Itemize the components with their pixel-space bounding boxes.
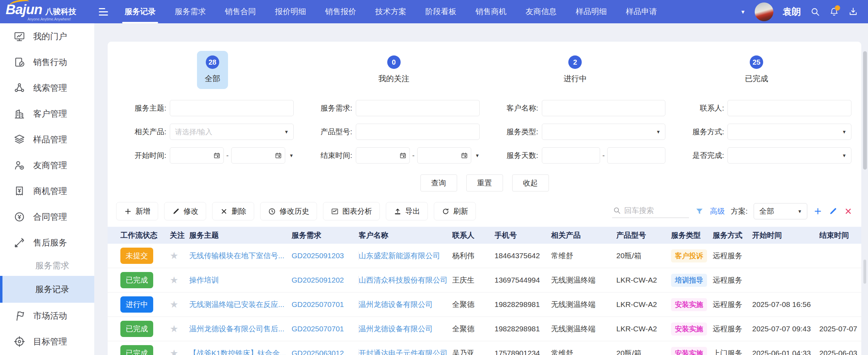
filter-action-button[interactable]: 重置	[466, 174, 503, 191]
column-header[interactable]: 工作流状态	[120, 230, 170, 240]
column-header[interactable]: 服务主题	[189, 230, 292, 240]
hamburger-icon[interactable]	[99, 8, 108, 16]
sidebar-item[interactable]: 服务记录	[0, 276, 94, 303]
sidebar-item[interactable]: 合同管理	[0, 204, 94, 230]
sidebar-item[interactable]: 服务需求	[0, 255, 94, 276]
advanced-filter-link[interactable]: 高级	[710, 206, 725, 216]
nav-tab[interactable]: 友商信息	[516, 0, 566, 23]
star-icon[interactable]: ★	[170, 275, 178, 285]
date-input[interactable]	[170, 147, 224, 164]
service-topic-link[interactable]: 无线测温终端已安装在反应...	[189, 300, 292, 309]
column-header[interactable]: 产品型号	[616, 230, 671, 240]
date-input[interactable]	[356, 147, 410, 164]
sidebar-item[interactable]: 线索管理	[0, 75, 94, 101]
filter-select[interactable]	[728, 147, 851, 164]
star-icon[interactable]: ★	[170, 348, 178, 355]
sidebar-item[interactable]: 友商管理	[0, 152, 94, 178]
customer-link[interactable]: 温州龙德设备有限公司	[359, 324, 452, 334]
range-input[interactable]	[607, 147, 665, 164]
column-header[interactable]: 相关产品	[551, 230, 616, 240]
sidebar-item[interactable]: 商机管理	[0, 178, 94, 204]
nav-tab[interactable]: 销售报价	[316, 0, 366, 23]
request-no-link[interactable]: GD2025063012	[292, 349, 359, 355]
filter-input[interactable]	[170, 100, 294, 116]
download-icon[interactable]	[848, 7, 858, 17]
filter-select[interactable]	[542, 124, 666, 140]
sidebar-item[interactable]: 市场活动	[0, 303, 94, 329]
nav-tab[interactable]: 服务需求	[165, 0, 215, 23]
sidebar-item[interactable]: 售后服务	[0, 230, 94, 255]
nav-tab[interactable]: 阶段看板	[416, 0, 466, 23]
table-row[interactable]: 已完成 ★ 操作培训 GD2025091202 山西清众科技股份有限公司 王庆生…	[108, 268, 861, 292]
star-icon[interactable]: ★	[170, 299, 178, 310]
toolbar-button[interactable]: 删除	[212, 202, 254, 220]
filter-input[interactable]	[728, 100, 851, 116]
filter-select[interactable]	[728, 124, 851, 140]
table-scrollbar[interactable]	[863, 260, 866, 284]
search-icon[interactable]	[810, 7, 820, 17]
scheme-select[interactable]: 全部 ▼	[754, 203, 807, 219]
toolbar-button[interactable]: 图表分析	[323, 202, 380, 220]
column-header[interactable]: 关注	[170, 230, 189, 240]
table-row[interactable]: 已完成 ★ 【战斧K1数控铣床】钛合金... GD2025063012 开封通达…	[108, 341, 861, 355]
customer-link[interactable]: 温州龙德设备有限公司	[359, 300, 452, 309]
sidebar-item[interactable]: 样品管理	[0, 126, 94, 152]
sidebar-item[interactable]: 目标管理	[0, 329, 94, 354]
service-topic-link[interactable]: 无线传输模块在地下室信号...	[189, 251, 292, 261]
nav-tab[interactable]: 报价明细	[265, 0, 316, 23]
filter-select[interactable]	[170, 124, 294, 140]
table-row[interactable]: 未提交 ★ 无线传输模块在地下室信号... GD2025091203 山东盛宏新…	[108, 244, 861, 268]
service-topic-link[interactable]: 操作培训	[189, 275, 292, 285]
delete-scheme-icon[interactable]	[844, 207, 853, 216]
column-header[interactable]: 联系人	[452, 230, 495, 240]
toolbar-button[interactable]: 导出	[386, 202, 428, 220]
sidebar-item[interactable]: 我的门户	[0, 23, 94, 49]
nav-tab[interactable]: 销售商机	[466, 0, 516, 23]
column-header[interactable]: 结束时间	[819, 230, 861, 240]
request-no-link[interactable]: GD2025091202	[292, 276, 359, 284]
customer-link[interactable]: 山西清众科技股份有限公司	[359, 275, 452, 285]
avatar[interactable]	[755, 2, 773, 21]
request-no-link[interactable]: GD2025070701	[292, 325, 359, 333]
column-header[interactable]: 服务类型	[671, 230, 713, 240]
nav-tab[interactable]: 样品申请	[616, 0, 666, 23]
column-header[interactable]: 服务需求	[292, 230, 359, 240]
table-row[interactable]: 已完成 ★ 温州龙德设备有限公司售后... GD2025070701 温州龙德设…	[108, 317, 861, 341]
nav-tab[interactable]: 服务记录	[115, 0, 165, 23]
nav-tab[interactable]: 销售合同	[215, 0, 265, 23]
vertical-scrollbar[interactable]	[863, 51, 867, 170]
filter-input[interactable]	[542, 100, 666, 116]
column-header[interactable]: 手机号	[495, 230, 551, 240]
stat-item[interactable]: 25 已完成	[666, 51, 847, 89]
user-name[interactable]: 袁朗	[783, 6, 801, 18]
column-header[interactable]: 客户名称	[359, 230, 452, 240]
customer-link[interactable]: 山东盛宏新能源有限公司	[359, 251, 452, 261]
filter-action-button[interactable]: 收起	[512, 174, 549, 191]
stat-item[interactable]: 2 进行中	[485, 51, 666, 89]
filter-action-button[interactable]: 查询	[420, 174, 457, 191]
column-header[interactable]: 服务方式	[713, 230, 752, 240]
funnel-icon[interactable]	[695, 207, 704, 216]
date-input[interactable]	[231, 147, 285, 164]
add-scheme-icon[interactable]	[813, 207, 822, 216]
toolbar-button[interactable]: 修改	[164, 202, 206, 220]
column-header[interactable]: 开始时间	[752, 230, 819, 240]
date-input[interactable]	[417, 147, 471, 164]
quick-search-input[interactable]	[624, 206, 688, 215]
nav-tab[interactable]: 技术方案	[366, 0, 416, 23]
sidebar-item[interactable]: 客户管理	[0, 101, 94, 126]
table-row[interactable]: 进行中 ★ 无线测温终端已安装在反应... GD2025070701 温州龙德设…	[108, 292, 861, 317]
request-no-link[interactable]: GD2025091203	[292, 252, 359, 260]
star-icon[interactable]: ★	[170, 324, 178, 334]
request-no-link[interactable]: GD2025070701	[292, 300, 359, 309]
toolbar-button[interactable]: 刷新	[434, 202, 476, 220]
range-input[interactable]	[542, 147, 600, 164]
toolbar-button[interactable]: 修改历史	[260, 202, 317, 220]
toolbar-button[interactable]: 新增	[116, 202, 158, 220]
filter-input[interactable]	[356, 100, 480, 116]
nav-more-caret-icon[interactable]: ▼	[740, 9, 746, 15]
nav-tab[interactable]: 样品明细	[566, 0, 616, 23]
sidebar-item[interactable]: 销售行动	[0, 49, 94, 75]
service-topic-link[interactable]: 【战斧K1数控铣床】钛合金...	[189, 348, 292, 355]
bell-icon[interactable]	[829, 7, 839, 17]
